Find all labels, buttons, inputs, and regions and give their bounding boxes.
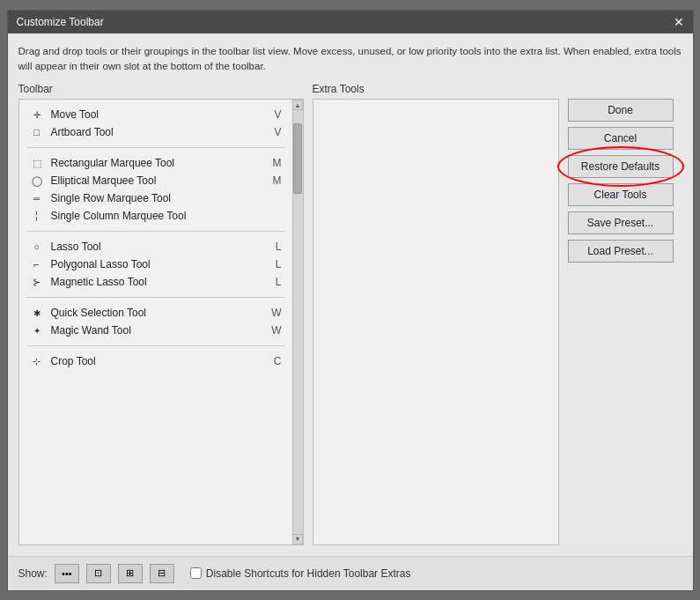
mag-lasso-icon: [30, 275, 44, 289]
tool-shortcut: V: [269, 108, 282, 121]
list-item[interactable]: Quick Selection Tool W: [26, 304, 285, 322]
tool-shortcut: V: [269, 126, 282, 138]
save-preset-button[interactable]: Save Preset...: [568, 211, 674, 234]
title-bar: Customize Toolbar ✕: [8, 11, 693, 33]
tool-group-3: Lasso Tool L Polygonal Lasso Tool L Magn…: [19, 235, 292, 293]
restore-defaults-wrapper: Restore Defaults: [568, 155, 682, 178]
crop-icon: [30, 354, 44, 368]
clear-tools-button[interactable]: Clear Tools: [568, 183, 674, 206]
group-divider: [26, 147, 285, 148]
dialog-body: Drag and drop tools or their groupings i…: [8, 33, 693, 556]
tools-list[interactable]: Move Tool V Artboard Tool V: [19, 100, 292, 544]
tool-name: Move Tool: [51, 108, 262, 121]
main-area: Toolbar Move Tool V Artboar: [18, 83, 682, 545]
tool-name: Artboard Tool: [51, 126, 262, 138]
show-dots-button[interactable]: •••: [55, 564, 79, 583]
list-item[interactable]: Magnetic Lasso Tool L: [26, 273, 285, 291]
tool-name: Single Row Marquee Tool: [51, 192, 262, 204]
cancel-button[interactable]: Cancel: [568, 127, 674, 150]
list-item[interactable]: Move Tool V: [26, 106, 285, 123]
show-grid1-button[interactable]: ⊡: [86, 564, 111, 583]
tool-shortcut: M: [269, 174, 282, 187]
disable-shortcuts-checkbox[interactable]: [190, 567, 202, 579]
tool-shortcut: W: [269, 324, 282, 337]
list-item[interactable]: Crop Tool C: [26, 352, 285, 370]
scroll-down-arrow[interactable]: ▼: [292, 534, 303, 544]
group-divider: [26, 297, 285, 298]
action-buttons-panel: Done Cancel Restore Defaults Clear Tools…: [568, 83, 682, 545]
col-marquee-icon: [30, 209, 44, 223]
dialog-title: Customize Toolbar: [17, 16, 104, 28]
tool-shortcut: L: [269, 241, 282, 253]
list-item[interactable]: Lasso Tool L: [26, 238, 285, 256]
checkbox-area: Disable Shortcuts for Hidden Toolbar Ext…: [190, 567, 411, 580]
quick-sel-icon: [30, 306, 44, 320]
artboard-tool-icon: [30, 125, 44, 139]
description-text: Drag and drop tools or their groupings i…: [18, 44, 682, 75]
tool-group-1: Move Tool V Artboard Tool V: [19, 103, 292, 144]
tool-shortcut: W: [269, 307, 282, 319]
ellip-marquee-icon: [30, 174, 44, 188]
tool-shortcut: C: [269, 355, 282, 367]
tool-name: Elliptical Marquee Tool: [51, 174, 262, 187]
tool-name: Crop Tool: [51, 355, 262, 367]
list-item[interactable]: Artboard Tool V: [26, 123, 285, 141]
list-item[interactable]: Elliptical Marquee Tool M: [26, 172, 285, 189]
tools-list-wrapper: Move Tool V Artboard Tool V: [18, 99, 304, 545]
load-preset-button[interactable]: Load Preset...: [568, 240, 674, 263]
group-divider: [26, 345, 285, 346]
poly-lasso-icon: [30, 257, 44, 271]
magic-wand-icon: [30, 323, 44, 337]
tool-group-5: Crop Tool C: [19, 350, 292, 373]
tool-group-2: Rectangular Marquee Tool M Elliptical Ma…: [19, 152, 292, 227]
tool-name: Magic Wand Tool: [51, 324, 262, 337]
extra-tools-area[interactable]: [313, 99, 559, 545]
list-item[interactable]: Single Column Marquee Tool: [26, 207, 285, 225]
tool-group-4: Quick Selection Tool W Magic Wand Tool W: [19, 301, 292, 342]
toolbar-panel: Toolbar Move Tool V Artboar: [18, 83, 304, 545]
customize-toolbar-dialog: Customize Toolbar ✕ Drag and drop tools …: [7, 10, 694, 591]
scrollbar[interactable]: ▲ ▼: [292, 100, 303, 544]
list-item[interactable]: Magic Wand Tool W: [26, 322, 285, 339]
close-button[interactable]: ✕: [674, 15, 684, 29]
restore-defaults-button[interactable]: Restore Defaults: [568, 155, 674, 178]
move-tool-icon: [30, 107, 44, 122]
scroll-thumb[interactable]: [293, 123, 302, 194]
rect-marquee-icon: [30, 156, 44, 170]
tool-shortcut: L: [269, 276, 282, 288]
list-item[interactable]: Rectangular Marquee Tool M: [26, 154, 285, 172]
row-marquee-icon: [30, 191, 44, 205]
show-grid2-button[interactable]: ⊞: [118, 564, 143, 583]
tool-name: Lasso Tool: [51, 241, 262, 253]
done-button[interactable]: Done: [568, 99, 674, 122]
tool-name: Single Column Marquee Tool: [51, 210, 262, 222]
list-item[interactable]: Polygonal Lasso Tool L: [26, 256, 285, 273]
show-grid3-button[interactable]: ⊟: [150, 564, 174, 583]
toolbar-label: Toolbar: [18, 83, 304, 95]
checkbox-label: Disable Shortcuts for Hidden Toolbar Ext…: [206, 567, 411, 580]
tool-name: Rectangular Marquee Tool: [51, 157, 262, 169]
lasso-icon: [30, 240, 44, 254]
extra-tools-label: Extra Tools: [313, 83, 559, 95]
tool-name: Magnetic Lasso Tool: [51, 276, 262, 288]
list-item[interactable]: Single Row Marquee Tool: [26, 189, 285, 207]
tool-shortcut: M: [269, 157, 282, 169]
tool-shortcut: L: [269, 258, 282, 270]
tool-name: Polygonal Lasso Tool: [51, 258, 262, 270]
tool-name: Quick Selection Tool: [51, 307, 262, 319]
bottom-bar: Show: ••• ⊡ ⊞ ⊟ Disable Shortcuts for Hi…: [8, 556, 693, 590]
extra-tools-panel: Extra Tools: [313, 83, 559, 545]
show-label: Show:: [18, 567, 48, 580]
group-divider: [26, 231, 285, 232]
scroll-up-arrow[interactable]: ▲: [292, 100, 303, 110]
